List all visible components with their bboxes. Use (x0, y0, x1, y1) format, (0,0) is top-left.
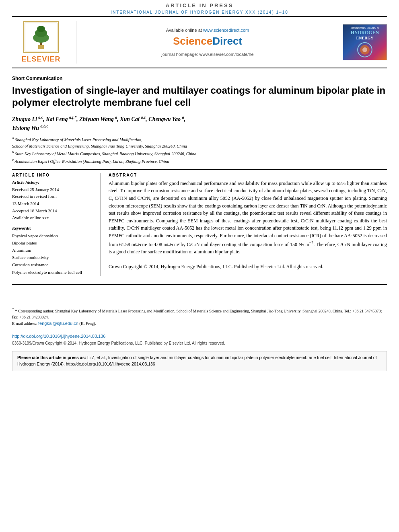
header-area: ELSEVIER Available online at www.science… (12, 16, 387, 68)
keyword-2: Bipolar plates (12, 239, 94, 246)
doi-link[interactable]: http://dx.doi.org/10.1016/j.ijhydene.201… (12, 334, 105, 339)
footnote-star-note: * * Corresponding author. Shanghai Key L… (12, 306, 387, 320)
footnote-area: * * Corresponding author. Shanghai Key L… (12, 303, 387, 346)
history-item-2: Received in revised form (12, 193, 94, 200)
keyword-6: Polymer electrolyte membrane fuel cell (12, 269, 94, 276)
sciencedirect-brand: ScienceDirect (84, 35, 331, 47)
footnote-email: E-mail address: fengkai@sjtu.edu.cn (K. … (12, 320, 387, 327)
cite-box: Please cite this article in press as: Li… (12, 351, 387, 371)
keyword-5: Corrosion resistance (12, 261, 94, 268)
available-online: Available online at www.sciencedirect.co… (84, 28, 331, 33)
journal-cover-image: International Journal of HYDROGEN ENERGY (343, 24, 387, 60)
doi-line: http://dx.doi.org/10.1016/j.ijhydene.201… (12, 333, 387, 340)
svg-point-9 (362, 47, 367, 52)
article-in-press-banner: ARTICLE IN PRESS (0, 0, 399, 9)
history-item-3: 13 March 2014 (12, 200, 94, 207)
cite-box-label: Please cite this article in press as: (17, 355, 86, 360)
keyword-1: Physical vapor deposition (12, 232, 94, 239)
elsevier-label: ELSEVIER (21, 55, 60, 64)
abstract-copyright: Crown Copyright © 2014, Hydrogen Energy … (109, 264, 323, 269)
history-item-4: Accepted 18 March 2014 (12, 207, 94, 215)
website-link[interactable]: www.sciencedirect.com (203, 28, 249, 33)
cover-hydrogen: HYDROGEN (351, 30, 379, 36)
copyright-line: 0360-3199/Crown Copyright © 2014, Hydrog… (12, 340, 387, 346)
journal-title-line: INTERNATIONAL JOURNAL OF HYDROGEN ENERGY… (0, 9, 399, 16)
section-type: Short Communication (12, 76, 387, 81)
spacer (12, 287, 387, 295)
keyword-4: Surface conductivity (12, 254, 94, 261)
affiliations: a Shanghai Key Laboratory of Materials L… (12, 136, 387, 165)
journal-homepage: journal homepage: www.elsevier.com/locat… (84, 52, 331, 57)
main-content: Short Communication Investigation of sin… (0, 68, 399, 295)
svg-point-4 (37, 26, 45, 32)
keyword-3: Aluminum (12, 246, 94, 254)
two-col-layout: ARTICLE INFO Article history: Received 2… (12, 173, 387, 276)
cover-journal-name: International Journal of (350, 27, 379, 30)
right-column: ABSTRACT Aluminum bipolar plates offer g… (109, 173, 387, 276)
paper-title: Investigation of single-layer and multil… (12, 84, 387, 109)
cover-energy: ENERGY (356, 36, 374, 40)
journal-cover-area: International Journal of HYDROGEN ENERGY (339, 21, 387, 64)
email-link[interactable]: fengkai@sjtu.edu.cn (38, 321, 78, 326)
authors-line: Zhuguo Li a,c, Kai Feng a,f,*, Zhiyuan W… (12, 114, 387, 132)
article-in-press-text: ARTICLE IN PRESS (0, 2, 399, 8)
left-column: ARTICLE INFO Article history: Received 2… (12, 173, 101, 276)
article-info-header: ARTICLE INFO (12, 173, 94, 177)
elsevier-logo-area: ELSEVIER (12, 21, 76, 64)
history-item-5: Available online xxx (12, 214, 94, 222)
cover-art (351, 42, 379, 58)
keywords-label: Keywords: (12, 226, 94, 230)
science-text: Science (173, 35, 212, 47)
thick-rule-bottom (12, 284, 387, 285)
thick-rule-top (12, 169, 387, 170)
history-item-1: Received 25 January 2014 (12, 186, 94, 193)
elsevier-tree-icon (23, 21, 59, 53)
svg-rect-0 (38, 45, 44, 49)
direct-text: Direct (212, 35, 242, 47)
article-history-label: Article history: (12, 180, 94, 185)
abstract-text: Aluminum bipolar plates offer good mecha… (109, 180, 387, 271)
abstract-header: ABSTRACT (109, 173, 387, 177)
journal-center: Available online at www.sciencedirect.co… (76, 21, 339, 64)
